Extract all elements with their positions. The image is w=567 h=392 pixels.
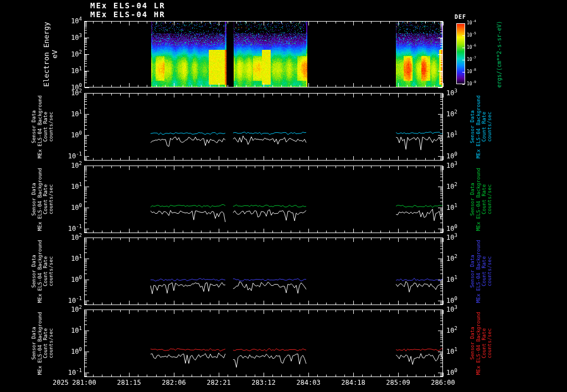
mex-els-spectrogram-page: MEx ELS-04 LR MEx ELS-04 HR DEF 2025 281… [0,0,567,392]
plot-canvas [0,0,567,392]
